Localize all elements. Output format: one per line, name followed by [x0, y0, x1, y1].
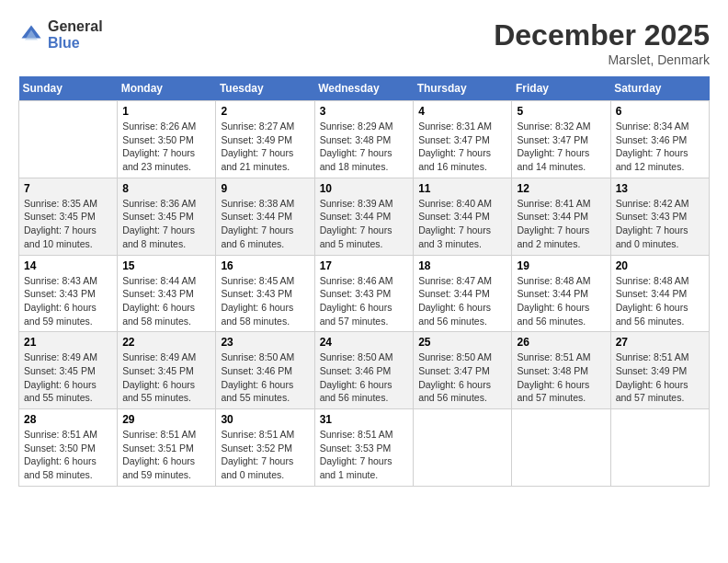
sunset: Sunset: 3:47 PM: [418, 365, 490, 376]
calendar-week-1: 1 Sunrise: 8:26 AM Sunset: 3:50 PM Dayli…: [19, 101, 710, 178]
daylight: Daylight: 7 hours and 10 minutes.: [24, 224, 97, 249]
daylight: Daylight: 6 hours and 55 minutes.: [24, 379, 97, 404]
calendar-cell: 11 Sunrise: 8:40 AM Sunset: 3:44 PM Dayl…: [414, 178, 512, 255]
daylight: Daylight: 7 hours and 14 minutes.: [517, 147, 589, 172]
day-number: 9: [221, 182, 309, 195]
calendar-cell: 28 Sunrise: 8:51 AM Sunset: 3:50 PM Dayl…: [19, 409, 118, 487]
calendar-cell: 25 Sunrise: 8:50 AM Sunset: 3:47 PM Dayl…: [414, 332, 512, 409]
day-number: 16: [221, 259, 309, 272]
day-info: Sunrise: 8:41 AM Sunset: 3:44 PM Dayligh…: [517, 197, 605, 251]
calendar-cell: 19 Sunrise: 8:48 AM Sunset: 3:44 PM Dayl…: [512, 255, 610, 332]
day-number: 17: [320, 259, 409, 272]
day-number: 7: [24, 182, 112, 195]
sunrise: Sunrise: 8:36 AM: [122, 198, 196, 209]
calendar-cell: 18 Sunrise: 8:47 AM Sunset: 3:44 PM Dayl…: [414, 255, 512, 332]
day-number: 13: [616, 182, 704, 195]
daylight: Daylight: 6 hours and 57 minutes.: [517, 379, 589, 404]
sunset: Sunset: 3:44 PM: [418, 211, 490, 222]
calendar-cell: 16 Sunrise: 8:45 AM Sunset: 3:43 PM Dayl…: [216, 255, 314, 332]
day-info: Sunrise: 8:35 AM Sunset: 3:45 PM Dayligh…: [24, 197, 112, 251]
header-tuesday: Tuesday: [216, 76, 314, 101]
sunset: Sunset: 3:43 PM: [221, 288, 292, 299]
day-number: 8: [122, 182, 210, 195]
day-number: 29: [122, 413, 210, 426]
sunrise: Sunrise: 8:31 AM: [418, 121, 492, 132]
sunset: Sunset: 3:53 PM: [320, 442, 392, 454]
sunset: Sunset: 3:43 PM: [616, 211, 688, 222]
day-info: Sunrise: 8:46 AM Sunset: 3:43 PM Dayligh…: [320, 274, 409, 328]
sunrise: Sunrise: 8:51 AM: [320, 429, 393, 440]
calendar-cell: 15 Sunrise: 8:44 AM Sunset: 3:43 PM Dayl…: [118, 255, 216, 332]
calendar-table: Sunday Monday Tuesday Wednesday Thursday…: [18, 76, 710, 487]
header-monday: Monday: [118, 76, 216, 101]
calendar-cell: 20 Sunrise: 8:48 AM Sunset: 3:44 PM Dayl…: [610, 255, 709, 332]
day-number: 19: [517, 259, 605, 272]
sunrise: Sunrise: 8:29 AM: [320, 121, 393, 132]
day-number: 12: [517, 182, 605, 195]
calendar-cell: 26 Sunrise: 8:51 AM Sunset: 3:48 PM Dayl…: [512, 332, 610, 409]
day-info: Sunrise: 8:47 AM Sunset: 3:44 PM Dayligh…: [418, 274, 506, 328]
sunset: Sunset: 3:46 PM: [616, 134, 688, 145]
sunrise: Sunrise: 8:35 AM: [24, 198, 97, 209]
sunset: Sunset: 3:49 PM: [616, 365, 688, 376]
day-info: Sunrise: 8:39 AM Sunset: 3:44 PM Dayligh…: [320, 197, 409, 251]
daylight: Daylight: 7 hours and 23 minutes.: [122, 147, 195, 172]
calendar-cell: [19, 101, 118, 178]
sunset: Sunset: 3:44 PM: [320, 211, 392, 222]
calendar-cell: 6 Sunrise: 8:34 AM Sunset: 3:46 PM Dayli…: [610, 101, 709, 178]
day-info: Sunrise: 8:44 AM Sunset: 3:43 PM Dayligh…: [122, 274, 210, 328]
day-info: Sunrise: 8:49 AM Sunset: 3:45 PM Dayligh…: [122, 350, 210, 405]
page-subtitle: Marslet, Denmark: [494, 52, 710, 67]
day-number: 28: [24, 413, 112, 426]
daylight: Daylight: 7 hours and 5 minutes.: [320, 224, 392, 249]
calendar-cell: 13 Sunrise: 8:42 AM Sunset: 3:43 PM Dayl…: [610, 178, 709, 255]
calendar-cell: 10 Sunrise: 8:39 AM Sunset: 3:44 PM Dayl…: [314, 178, 414, 255]
day-number: 26: [517, 336, 605, 349]
sunrise: Sunrise: 8:27 AM: [221, 121, 294, 132]
calendar-cell: 22 Sunrise: 8:49 AM Sunset: 3:45 PM Dayl…: [118, 332, 216, 409]
sunrise: Sunrise: 8:43 AM: [24, 275, 97, 286]
sunrise: Sunrise: 8:34 AM: [616, 121, 689, 132]
calendar-cell: 3 Sunrise: 8:29 AM Sunset: 3:48 PM Dayli…: [314, 101, 414, 178]
calendar-cell: 31 Sunrise: 8:51 AM Sunset: 3:53 PM Dayl…: [314, 409, 414, 487]
day-info: Sunrise: 8:36 AM Sunset: 3:45 PM Dayligh…: [122, 197, 210, 251]
calendar-cell: 2 Sunrise: 8:27 AM Sunset: 3:49 PM Dayli…: [216, 101, 314, 178]
day-number: 6: [616, 105, 704, 118]
logo-text-blue: Blue: [48, 35, 103, 52]
sunset: Sunset: 3:44 PM: [418, 288, 490, 299]
sunrise: Sunrise: 8:51 AM: [221, 429, 294, 440]
daylight: Daylight: 6 hours and 55 minutes.: [122, 379, 195, 404]
calendar-cell: 21 Sunrise: 8:49 AM Sunset: 3:45 PM Dayl…: [19, 332, 118, 409]
day-info: Sunrise: 8:34 AM Sunset: 3:46 PM Dayligh…: [616, 120, 704, 174]
calendar-cell: 1 Sunrise: 8:26 AM Sunset: 3:50 PM Dayli…: [118, 101, 216, 178]
sunset: Sunset: 3:43 PM: [122, 288, 194, 299]
day-number: 2: [221, 105, 309, 118]
sunrise: Sunrise: 8:50 AM: [221, 351, 294, 362]
day-info: Sunrise: 8:32 AM Sunset: 3:47 PM Dayligh…: [517, 120, 605, 174]
day-number: 4: [418, 105, 506, 118]
daylight: Daylight: 7 hours and 21 minutes.: [221, 147, 293, 172]
calendar-cell: [610, 409, 709, 487]
day-number: 27: [616, 336, 704, 349]
sunrise: Sunrise: 8:48 AM: [517, 275, 590, 286]
day-info: Sunrise: 8:48 AM Sunset: 3:44 PM Dayligh…: [517, 274, 605, 328]
day-info: Sunrise: 8:49 AM Sunset: 3:45 PM Dayligh…: [24, 350, 112, 405]
header-friday: Friday: [512, 76, 610, 101]
sunrise: Sunrise: 8:48 AM: [616, 275, 689, 286]
sunset: Sunset: 3:44 PM: [616, 288, 688, 299]
day-number: 10: [320, 182, 409, 195]
sunset: Sunset: 3:43 PM: [24, 288, 96, 299]
daylight: Daylight: 6 hours and 56 minutes.: [320, 379, 392, 404]
daylight: Daylight: 7 hours and 8 minutes.: [122, 224, 195, 249]
calendar-cell: 30 Sunrise: 8:51 AM Sunset: 3:52 PM Dayl…: [216, 409, 314, 487]
sunrise: Sunrise: 8:51 AM: [616, 351, 689, 362]
sunrise: Sunrise: 8:44 AM: [122, 275, 196, 286]
day-number: 14: [24, 259, 112, 272]
title-area: December 2025 Marslet, Denmark: [494, 18, 710, 67]
header: General Blue December 2025 Marslet, Denm…: [18, 18, 710, 67]
daylight: Daylight: 6 hours and 56 minutes.: [418, 379, 491, 404]
daylight: Daylight: 6 hours and 56 minutes.: [517, 302, 589, 327]
sunrise: Sunrise: 8:42 AM: [616, 198, 689, 209]
day-info: Sunrise: 8:43 AM Sunset: 3:43 PM Dayligh…: [24, 274, 112, 328]
sunset: Sunset: 3:49 PM: [221, 134, 292, 145]
